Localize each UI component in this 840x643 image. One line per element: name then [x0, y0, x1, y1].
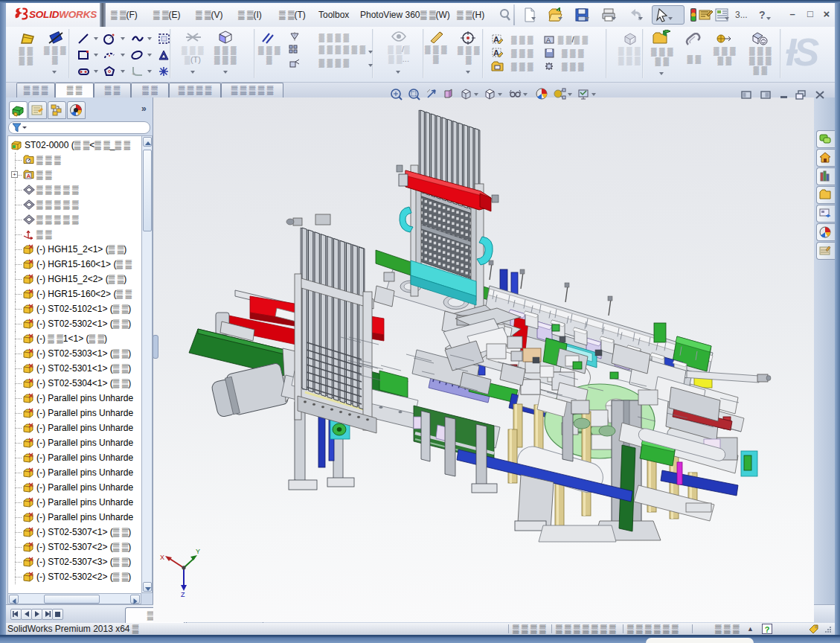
- svg-text:X: X: [160, 554, 164, 561]
- svg-text:Y: Y: [196, 548, 200, 555]
- svg-text:Z: Z: [181, 591, 185, 598]
- svg-text:A: A: [27, 173, 31, 179]
- svg-text:+: +: [132, 71, 135, 77]
